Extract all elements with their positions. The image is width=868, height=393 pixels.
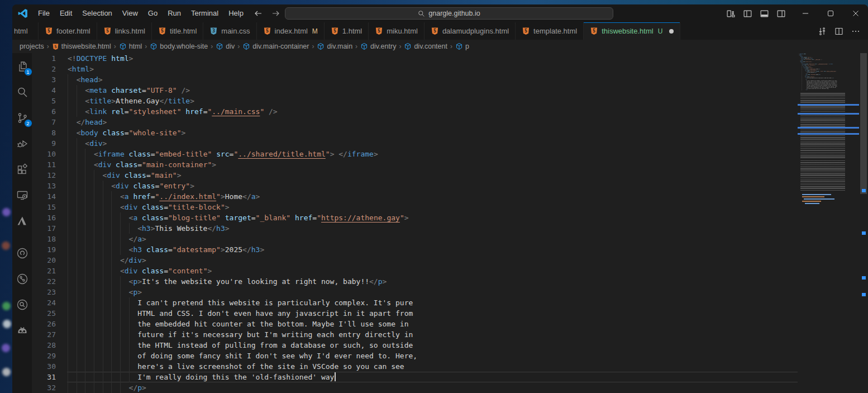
activity-extensions-icon[interactable] [15, 162, 30, 177]
minimap[interactable]: 1<!DOCTYPE html>2<html>3<head>4<meta cha… [798, 53, 859, 393]
tab-dalamudplugins.html[interactable]: 5dalamudplugins.html [425, 22, 516, 40]
menu-item-file[interactable]: File [33, 4, 55, 22]
code-line-19[interactable]: 19<h3 class="datestamp">2025</h3> [32, 244, 798, 255]
tab-template.html[interactable]: 5template.html [516, 22, 584, 40]
tab-thiswebsite.html[interactable]: 5thiswebsite.htmlU [584, 22, 680, 40]
activity-remote-explorer-icon[interactable] [15, 187, 30, 203]
toggle-secondary-sidebar-icon[interactable] [775, 7, 787, 20]
code-line-11[interactable]: 11<div class="main-container"> [32, 159, 798, 170]
code-line-21[interactable]: 21<div class="content"> [798, 77, 851, 78]
tab-links.html[interactable]: 5links.html [97, 22, 152, 40]
code-line-28[interactable]: 28the HTML instead of pulling from a dat… [32, 340, 798, 351]
breadcrumb-item-div.content[interactable]: div.content [404, 42, 447, 50]
code-line-7[interactable]: 7</head> [32, 117, 798, 127]
code-line-30[interactable]: 30here's a live screenshot of the site i… [32, 361, 798, 372]
minimize-button[interactable] [793, 4, 818, 22]
code-line-2[interactable]: 2<html> [798, 54, 851, 55]
menu-item-help[interactable]: Help [223, 4, 249, 22]
code-line-12[interactable]: 12<div class="main"> [798, 66, 851, 67]
code-line-27[interactable]: 27future if it's necessary but I'm writi… [32, 329, 798, 340]
code-line-16[interactable]: 16<a class="blog-title" target="_blank" … [798, 70, 851, 72]
code-line-3[interactable]: 3<head> [798, 55, 851, 56]
activity-explorer-icon[interactable]: 1 [15, 59, 30, 74]
code-line-27[interactable]: 27future if it's necessary but I'm writi… [798, 83, 851, 84]
menu-item-run[interactable]: Run [163, 4, 186, 22]
code-line-23[interactable]: 23<p> [32, 287, 798, 297]
code-line-15[interactable]: 15<div class="title-block"> [798, 69, 851, 70]
menu-item-view[interactable]: View [117, 4, 143, 22]
close-button[interactable] [843, 4, 868, 22]
code-line-7[interactable]: 7</head> [798, 60, 851, 61]
code-line-16[interactable]: 16<a class="blog-title" target="_blank" … [32, 212, 798, 223]
activity-git-graph-icon[interactable] [15, 271, 30, 287]
code-line-13[interactable]: 13<div class="entry"> [798, 67, 851, 68]
code-line-4[interactable]: 4<meta charset="UTF-8" /> [798, 56, 851, 58]
activity-gitlens-icon[interactable] [15, 297, 30, 312]
code-line-4[interactable]: 4<meta charset="UTF-8" /> [32, 85, 798, 96]
code-line-24[interactable]: 24I can't pretend this website is partic… [798, 80, 851, 81]
tab-1.html[interactable]: 51.html [325, 22, 369, 40]
code-line-17[interactable]: 17<h3>This Website</h3> [798, 72, 851, 73]
menu-item-terminal[interactable]: Terminal [186, 4, 223, 22]
code-line-28[interactable]: 28the HTML instead of pulling from a dat… [798, 84, 851, 86]
code-line-9[interactable]: 9<div> [32, 138, 798, 149]
go-back-icon[interactable] [254, 9, 265, 18]
code-line-18[interactable]: 18</a> [798, 73, 851, 74]
code-line-10[interactable]: 10<iframe class="embed-title" src="../sh… [798, 64, 851, 65]
code-line-25[interactable]: 25HTML and CSS. I don't even have any ja… [32, 308, 798, 319]
activity-azure-icon[interactable] [15, 213, 30, 229]
activity-search-icon[interactable] [15, 84, 30, 100]
scrollbar-thumb[interactable] [860, 53, 867, 194]
tab-title.html[interactable]: 5title.html [152, 22, 203, 40]
code-line-14[interactable]: 14<a href="../index.html">Home</a> [32, 191, 798, 202]
breadcrumb-item-div.entry[interactable]: div.entry [360, 42, 396, 50]
code-line-24[interactable]: 24I can't pretend this website is partic… [32, 297, 798, 308]
menu-item-selection[interactable]: Selection [77, 4, 117, 22]
code-line-11[interactable]: 11<div class="main-container"> [798, 65, 851, 66]
breadcrumb-item-thiswebsite.html[interactable]: 5thiswebsite.html [52, 42, 111, 50]
customize-layout-icon[interactable] [724, 7, 737, 20]
open-changes-icon[interactable] [818, 27, 827, 36]
code-line-26[interactable]: 26the embedded hit counter at the bottom… [798, 82, 851, 83]
code-line-23[interactable]: 23<p> [798, 79, 851, 80]
code-line-8[interactable]: 8<body class="whole-site"> [32, 127, 798, 138]
code-line-2[interactable]: 2<html> [32, 64, 798, 74]
code-line-31[interactable]: 31I'm really doing this the 'old-fashion… [32, 372, 798, 382]
tab-index.html[interactable]: 5index.htmlM [257, 22, 325, 40]
tab-miku.html[interactable]: 5miku.html [369, 22, 425, 40]
code-line-18[interactable]: 18</a> [32, 234, 798, 244]
tab-footer.html[interactable]: 5footer.html [39, 22, 97, 40]
breadcrumb-item-body.whole-site[interactable]: body.whole-site [150, 42, 208, 50]
code-editor[interactable]: 1<!DOCTYPE html>2<html>3<head>4<meta cha… [32, 53, 868, 393]
code-line-20[interactable]: 20</div> [798, 75, 851, 77]
code-line-3[interactable]: 3<head> [32, 74, 798, 85]
breadcrumb-item-projects[interactable]: projects [20, 42, 44, 50]
code-line-13[interactable]: 13<div class="entry"> [32, 181, 798, 191]
code-line-17[interactable]: 17<h3>This Website</h3> [32, 223, 798, 234]
code-line-21[interactable]: 21<div class="content"> [32, 266, 798, 276]
menu-item-edit[interactable]: Edit [55, 4, 77, 22]
code-line-6[interactable]: 6<link rel="stylesheet" href="../main.cs… [798, 59, 851, 60]
code-line-26[interactable]: 26the embedded hit counter at the bottom… [32, 319, 798, 329]
toggle-panel-icon[interactable] [758, 7, 770, 20]
code-line-1[interactable]: 1<!DOCTYPE html> [32, 53, 798, 64]
code-line-8[interactable]: 8<body class="whole-site"> [798, 61, 851, 63]
code-line-14[interactable]: 14<a href="../index.html">Home</a> [798, 68, 851, 69]
code-line-6[interactable]: 6<link rel="stylesheet" href="../main.cs… [32, 106, 798, 117]
code-line-5[interactable]: 5<title>Athene.Gay</title> [32, 96, 798, 106]
tab-html[interactable]: html [12, 22, 39, 40]
go-forward-icon[interactable] [271, 9, 283, 18]
split-editor-icon[interactable] [834, 27, 843, 36]
code-line-29[interactable]: 29of doing some fancy shit I don't see w… [32, 351, 798, 361]
breadcrumb-item-p[interactable]: p [455, 42, 469, 50]
code-line-1[interactable]: 1<!DOCTYPE html> [798, 53, 851, 54]
activity-run-and-debug-icon[interactable] [15, 136, 30, 151]
code-line-5[interactable]: 5<title>Athene.Gay</title> [798, 58, 851, 59]
breadcrumb-item-div.main-container[interactable]: div.main-container [242, 42, 309, 50]
code-line-19[interactable]: 19<h3 class="datestamp">2025</h3> [798, 74, 851, 75]
command-center-search[interactable]: gnargle.github.io [285, 7, 613, 20]
activity-godot-tools-icon[interactable] [15, 323, 30, 338]
code-line-32[interactable]: 32</p> [798, 89, 851, 91]
code-line-20[interactable]: 20</div> [32, 255, 798, 266]
breadcrumb-item-div.main[interactable]: div.main [317, 42, 352, 50]
